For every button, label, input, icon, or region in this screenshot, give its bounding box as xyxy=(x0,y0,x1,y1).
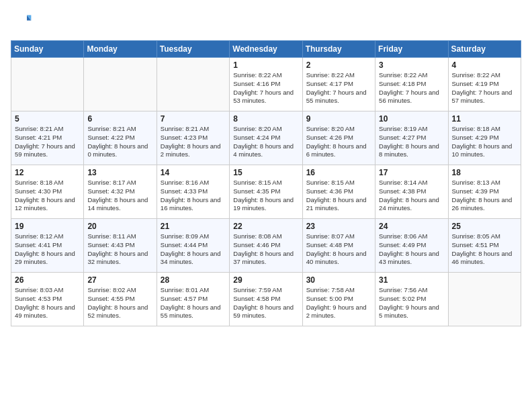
calendar-cell: 19Sunrise: 8:12 AM Sunset: 4:41 PM Dayli… xyxy=(11,219,84,273)
day-number: 23 xyxy=(306,222,371,231)
day-info: Sunrise: 8:02 AM Sunset: 4:55 PM Dayligh… xyxy=(87,286,152,320)
calendar-cell xyxy=(157,58,229,111)
day-info: Sunrise: 8:21 AM Sunset: 4:22 PM Dayligh… xyxy=(87,125,152,159)
day-info: Sunrise: 8:18 AM Sunset: 4:29 PM Dayligh… xyxy=(452,125,517,159)
calendar-cell: 6Sunrise: 8:21 AM Sunset: 4:22 PM Daylig… xyxy=(84,111,157,165)
day-number: 13 xyxy=(87,168,152,177)
day-info: Sunrise: 8:07 AM Sunset: 4:48 PM Dayligh… xyxy=(306,232,371,267)
calendar-cell: 10Sunrise: 8:19 AM Sunset: 4:27 PM Dayli… xyxy=(375,111,448,165)
day-info: Sunrise: 8:22 AM Sunset: 4:18 PM Dayligh… xyxy=(379,71,444,105)
day-number: 26 xyxy=(15,275,80,285)
calendar-cell xyxy=(448,273,521,326)
day-info: Sunrise: 8:21 AM Sunset: 4:21 PM Dayligh… xyxy=(15,125,80,159)
day-info: Sunrise: 8:18 AM Sunset: 4:30 PM Dayligh… xyxy=(15,179,80,213)
day-info: Sunrise: 8:08 AM Sunset: 4:46 PM Dayligh… xyxy=(233,232,298,267)
calendar-cell: 22Sunrise: 8:08 AM Sunset: 4:46 PM Dayli… xyxy=(230,219,302,273)
day-info: Sunrise: 8:03 AM Sunset: 4:53 PM Dayligh… xyxy=(15,286,80,320)
day-number: 14 xyxy=(161,168,226,177)
day-header-thursday: Thursday xyxy=(302,41,375,58)
day-number: 24 xyxy=(379,222,444,231)
calendar-cell: 30Sunrise: 7:58 AM Sunset: 5:00 PM Dayli… xyxy=(302,273,375,326)
calendar-cell: 12Sunrise: 8:18 AM Sunset: 4:30 PM Dayli… xyxy=(11,165,84,219)
calendar-cell: 31Sunrise: 7:56 AM Sunset: 5:02 PM Dayli… xyxy=(375,273,448,326)
day-info: Sunrise: 8:06 AM Sunset: 4:49 PM Dayligh… xyxy=(379,232,444,267)
calendar-cell: 2Sunrise: 8:22 AM Sunset: 4:17 PM Daylig… xyxy=(302,58,375,111)
day-number: 18 xyxy=(452,168,517,177)
day-info: Sunrise: 8:22 AM Sunset: 4:17 PM Dayligh… xyxy=(306,71,371,105)
day-number: 19 xyxy=(15,222,80,231)
day-number: 31 xyxy=(379,275,444,285)
calendar-cell: 18Sunrise: 8:13 AM Sunset: 4:39 PM Dayli… xyxy=(448,165,521,219)
day-number: 11 xyxy=(452,114,517,124)
day-info: Sunrise: 8:11 AM Sunset: 4:43 PM Dayligh… xyxy=(87,232,152,267)
day-info: Sunrise: 8:15 AM Sunset: 4:35 PM Dayligh… xyxy=(233,179,298,213)
calendar-table: SundayMondayTuesdayWednesdayThursdayFrid… xyxy=(11,40,521,326)
day-number: 20 xyxy=(87,222,152,231)
svg-rect-0 xyxy=(11,11,32,32)
day-header-monday: Monday xyxy=(84,41,157,58)
day-info: Sunrise: 8:20 AM Sunset: 4:26 PM Dayligh… xyxy=(306,125,371,159)
day-info: Sunrise: 8:21 AM Sunset: 4:23 PM Dayligh… xyxy=(161,125,226,159)
day-number: 27 xyxy=(87,275,152,285)
calendar-week-4: 19Sunrise: 8:12 AM Sunset: 4:41 PM Dayli… xyxy=(11,219,521,273)
calendar-cell: 14Sunrise: 8:16 AM Sunset: 4:33 PM Dayli… xyxy=(157,165,229,219)
calendar-cell: 16Sunrise: 8:15 AM Sunset: 4:36 PM Dayli… xyxy=(302,165,375,219)
calendar-cell: 27Sunrise: 8:02 AM Sunset: 4:55 PM Dayli… xyxy=(84,273,157,326)
calendar-cell: 17Sunrise: 8:14 AM Sunset: 4:38 PM Dayli… xyxy=(375,165,448,219)
day-info: Sunrise: 8:15 AM Sunset: 4:36 PM Dayligh… xyxy=(306,179,371,213)
day-number: 7 xyxy=(161,114,226,124)
calendar-cell: 28Sunrise: 8:01 AM Sunset: 4:57 PM Dayli… xyxy=(157,273,229,326)
page-header xyxy=(11,11,521,32)
calendar-cell: 15Sunrise: 8:15 AM Sunset: 4:35 PM Dayli… xyxy=(230,165,302,219)
calendar-cell: 5Sunrise: 8:21 AM Sunset: 4:21 PM Daylig… xyxy=(11,111,84,165)
day-number: 4 xyxy=(452,60,517,70)
calendar-cell: 20Sunrise: 8:11 AM Sunset: 4:43 PM Dayli… xyxy=(84,219,157,273)
calendar-week-1: 1Sunrise: 8:22 AM Sunset: 4:16 PM Daylig… xyxy=(11,58,521,111)
day-info: Sunrise: 7:56 AM Sunset: 5:02 PM Dayligh… xyxy=(379,286,444,320)
calendar-cell: 11Sunrise: 8:18 AM Sunset: 4:29 PM Dayli… xyxy=(448,111,521,165)
day-header-tuesday: Tuesday xyxy=(157,41,229,58)
calendar-cell: 8Sunrise: 8:20 AM Sunset: 4:24 PM Daylig… xyxy=(230,111,302,165)
calendar-week-3: 12Sunrise: 8:18 AM Sunset: 4:30 PM Dayli… xyxy=(11,165,521,219)
day-info: Sunrise: 8:17 AM Sunset: 4:32 PM Dayligh… xyxy=(87,179,152,213)
calendar-cell: 3Sunrise: 8:22 AM Sunset: 4:18 PM Daylig… xyxy=(375,58,448,111)
day-number: 3 xyxy=(379,60,444,70)
calendar-cell: 25Sunrise: 8:05 AM Sunset: 4:51 PM Dayli… xyxy=(448,219,521,273)
day-number: 25 xyxy=(452,222,517,231)
day-info: Sunrise: 8:13 AM Sunset: 4:39 PM Dayligh… xyxy=(452,179,517,213)
day-number: 29 xyxy=(233,275,298,285)
day-number: 9 xyxy=(306,114,371,124)
calendar-cell: 24Sunrise: 8:06 AM Sunset: 4:49 PM Dayli… xyxy=(375,219,448,273)
calendar-header-row: SundayMondayTuesdayWednesdayThursdayFrid… xyxy=(11,41,521,58)
calendar-cell: 26Sunrise: 8:03 AM Sunset: 4:53 PM Dayli… xyxy=(11,273,84,326)
calendar-cell xyxy=(84,58,157,111)
day-header-wednesday: Wednesday xyxy=(230,41,302,58)
calendar-week-2: 5Sunrise: 8:21 AM Sunset: 4:21 PM Daylig… xyxy=(11,111,521,165)
day-number: 21 xyxy=(161,222,226,231)
logo xyxy=(11,11,35,32)
day-number: 10 xyxy=(379,114,444,124)
day-info: Sunrise: 7:58 AM Sunset: 5:00 PM Dayligh… xyxy=(306,286,371,320)
calendar-cell: 9Sunrise: 8:20 AM Sunset: 4:26 PM Daylig… xyxy=(302,111,375,165)
day-info: Sunrise: 8:16 AM Sunset: 4:33 PM Dayligh… xyxy=(161,179,226,213)
calendar-week-5: 26Sunrise: 8:03 AM Sunset: 4:53 PM Dayli… xyxy=(11,273,521,326)
day-info: Sunrise: 8:22 AM Sunset: 4:19 PM Dayligh… xyxy=(452,71,517,105)
day-number: 2 xyxy=(306,60,371,70)
day-number: 12 xyxy=(15,168,80,177)
day-info: Sunrise: 8:05 AM Sunset: 4:51 PM Dayligh… xyxy=(452,232,517,267)
calendar-cell: 7Sunrise: 8:21 AM Sunset: 4:23 PM Daylig… xyxy=(157,111,229,165)
day-info: Sunrise: 8:20 AM Sunset: 4:24 PM Dayligh… xyxy=(233,125,298,159)
day-number: 15 xyxy=(233,168,298,177)
day-number: 6 xyxy=(87,114,152,124)
day-info: Sunrise: 8:12 AM Sunset: 4:41 PM Dayligh… xyxy=(15,232,80,267)
calendar-cell: 4Sunrise: 8:22 AM Sunset: 4:19 PM Daylig… xyxy=(448,58,521,111)
day-number: 8 xyxy=(233,114,298,124)
day-info: Sunrise: 8:14 AM Sunset: 4:38 PM Dayligh… xyxy=(379,179,444,213)
day-number: 28 xyxy=(161,275,226,285)
day-info: Sunrise: 8:01 AM Sunset: 4:57 PM Dayligh… xyxy=(161,286,226,320)
day-header-friday: Friday xyxy=(375,41,448,58)
calendar-cell: 21Sunrise: 8:09 AM Sunset: 4:44 PM Dayli… xyxy=(157,219,229,273)
day-number: 5 xyxy=(15,114,80,124)
calendar-cell: 13Sunrise: 8:17 AM Sunset: 4:32 PM Dayli… xyxy=(84,165,157,219)
day-header-saturday: Saturday xyxy=(448,41,521,58)
